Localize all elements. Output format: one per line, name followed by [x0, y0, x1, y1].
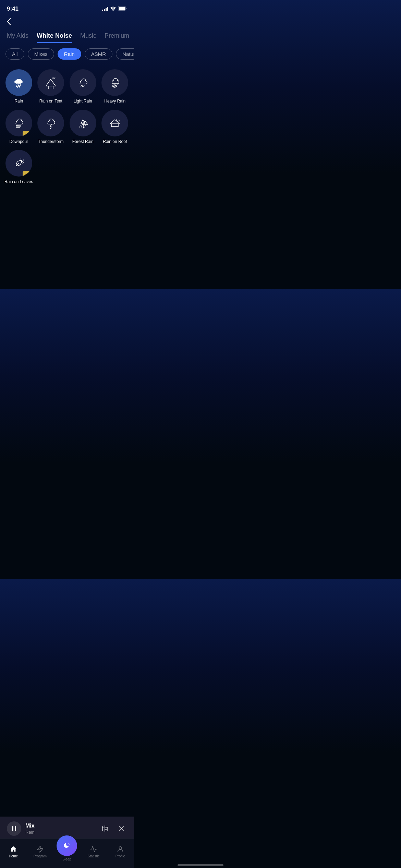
svg-line-22 [113, 86, 114, 87]
svg-line-14 [54, 77, 56, 79]
wifi-icon [110, 6, 116, 12]
vip-badge-rain-on-leaves: VIP [23, 171, 32, 177]
sound-item-heavy-rain[interactable]: Heavy Rain [100, 69, 130, 104]
svg-line-50 [22, 160, 24, 161]
sound-item-downpour[interactable]: VIP Downpour [4, 110, 34, 145]
filter-pills: All Mixes Rain ASMR Nature Anim [0, 43, 134, 62]
svg-line-23 [114, 86, 115, 87]
svg-line-9 [19, 85, 20, 87]
sound-label-heavy-rain: Heavy Rain [104, 99, 125, 104]
svg-line-30 [16, 126, 17, 128]
status-icons [102, 6, 127, 12]
sound-label-rain: Rain [14, 99, 23, 104]
svg-rect-1 [119, 7, 125, 10]
status-bar: 9:41 [0, 0, 134, 15]
sound-label-rain-on-roof: Rain on Roof [103, 139, 127, 145]
tab-white-noise[interactable]: White Noise [37, 32, 72, 43]
svg-line-13 [53, 77, 54, 79]
svg-line-15 [81, 85, 82, 87]
svg-line-25 [16, 125, 17, 126]
svg-line-46 [118, 120, 118, 122]
svg-line-5 [16, 85, 17, 87]
svg-line-18 [112, 85, 113, 86]
svg-line-45 [116, 119, 117, 121]
vip-badge-downpour: VIP [23, 131, 32, 136]
tab-premium[interactable]: Premium [105, 32, 129, 43]
svg-line-17 [84, 85, 84, 87]
sound-item-thunderstorm[interactable]: Thunderstorm [36, 110, 66, 145]
pill-rain[interactable]: Rain [58, 48, 81, 60]
pill-all[interactable]: All [5, 48, 24, 60]
sound-item-light-rain[interactable]: Light Rain [68, 69, 98, 104]
pill-nature[interactable]: Nature [116, 48, 134, 60]
pill-asmr[interactable]: ASMR [85, 48, 112, 60]
sound-label-thunderstorm: Thunderstorm [38, 139, 64, 145]
sound-item-rain-on-tent[interactable]: Rain on Tent [36, 69, 66, 104]
svg-line-8 [17, 85, 18, 87]
sound-item-rain-on-leaves[interactable]: VIP Rain on Leaves [4, 150, 34, 185]
svg-line-47 [119, 121, 120, 122]
sound-grid: Rain Rain on Tent Light Rain [0, 62, 134, 192]
battery-icon [118, 6, 127, 12]
status-time: 9:41 [7, 5, 19, 12]
svg-line-31 [17, 126, 18, 128]
signal-icon [102, 7, 108, 11]
svg-point-4 [18, 80, 23, 84]
svg-line-33 [20, 126, 20, 128]
svg-line-51 [22, 162, 24, 163]
svg-line-16 [82, 85, 83, 87]
svg-line-38 [81, 125, 82, 127]
tab-my-aids[interactable]: My Aids [7, 32, 28, 43]
sound-item-rain[interactable]: Rain [4, 69, 34, 104]
svg-line-32 [19, 126, 19, 128]
svg-line-40 [85, 125, 85, 127]
sound-item-forest-rain[interactable]: Forest Rain [68, 110, 98, 145]
sound-label-downpour: Downpour [9, 139, 28, 145]
sound-label-light-rain: Light Rain [74, 99, 92, 104]
sound-label-rain-on-tent: Rain on Tent [39, 99, 62, 104]
tab-music[interactable]: Music [80, 32, 96, 43]
sound-label-rain-on-leaves: Rain on Leaves [4, 179, 33, 185]
sound-label-forest-rain: Forest Rain [72, 139, 94, 145]
back-button[interactable] [0, 15, 134, 29]
svg-line-24 [116, 86, 117, 87]
sound-item-rain-on-roof[interactable]: Rain on Roof [100, 110, 130, 145]
main-tabs: My Aids White Noise Music Premium [0, 29, 134, 43]
svg-line-39 [83, 127, 84, 129]
pill-mixes[interactable]: Mixes [28, 48, 54, 60]
svg-line-37 [80, 125, 80, 127]
